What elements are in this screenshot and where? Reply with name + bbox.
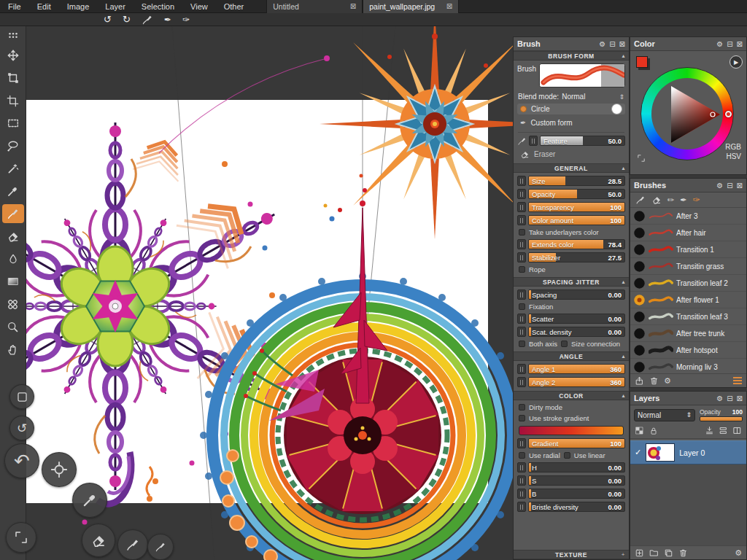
- slider-color-amount[interactable]: Color amount100: [514, 215, 629, 225]
- foreground-color-swatch[interactable]: [636, 56, 648, 68]
- pen-icon[interactable]: ✒: [680, 195, 686, 205]
- hue-ring[interactable]: [640, 67, 734, 160]
- slider-scat-density[interactable]: Scat. density0.00: [514, 327, 629, 337]
- brush-list-item[interactable]: Transition leaf 2: [630, 275, 746, 292]
- gradient-tool[interactable]: [2, 272, 24, 291]
- lock-icon[interactable]: [649, 427, 658, 435]
- sort-arrows-icon[interactable]: ⇕: [619, 93, 624, 101]
- wet-paint-tool[interactable]: [2, 249, 24, 268]
- eyedropper-tool[interactable]: [2, 182, 24, 201]
- brushes-panel-header[interactable]: Brushes ⚙ ⊟ ⊠: [630, 179, 746, 192]
- magic-wand-tool[interactable]: [2, 159, 24, 178]
- quick-brush-button[interactable]: [117, 529, 148, 560]
- layers-panel-header[interactable]: Layers ⚙ ⊟ ⊠: [630, 392, 746, 405]
- menu-layer[interactable]: Layer: [97, 0, 133, 12]
- import-icon[interactable]: [635, 376, 644, 386]
- canvas-surface[interactable]: [26, 26, 513, 560]
- collapse-icon[interactable]: ▴: [622, 165, 625, 171]
- checkbox-use-radial[interactable]: Use radial: [519, 451, 560, 459]
- collapse-icon[interactable]: ▴: [622, 392, 625, 399]
- quick-brush-2-button[interactable]: [147, 534, 174, 560]
- menu-image[interactable]: Image: [59, 0, 98, 12]
- slider-scatter[interactable]: Scatter0.00: [514, 314, 629, 324]
- slider-bristle-diversity[interactable]: Bristle diversity0.00: [514, 502, 629, 512]
- brush-list-item[interactable]: After flower 1: [630, 292, 746, 308]
- collapse-icon[interactable]: ▴: [622, 279, 625, 285]
- rotate-canvas-button[interactable]: ↺: [9, 416, 34, 440]
- minimize-icon[interactable]: ⊟: [727, 40, 732, 48]
- menu-file[interactable]: File: [0, 0, 29, 12]
- visibility-check-icon[interactable]: ✓: [635, 448, 641, 457]
- symmetry-center-button[interactable]: [42, 452, 77, 487]
- section-brush-form[interactable]: BRUSH FORM ▴: [514, 51, 629, 61]
- minimize-icon[interactable]: ⊟: [727, 394, 732, 402]
- gradient-preview[interactable]: [519, 426, 624, 435]
- tab-paint-wallpaper[interactable]: paint_wallpaper.jpg ⊠: [363, 0, 459, 13]
- checkbox[interactable]: [519, 303, 525, 310]
- checkbox-rope[interactable]: Rope: [514, 265, 629, 273]
- section-spacing-jitter[interactable]: SPACING JITTER ▴: [514, 277, 629, 287]
- checkbox-size-connection[interactable]: Size connection: [561, 340, 620, 348]
- brush-stroke-preview[interactable]: [539, 63, 625, 88]
- paint-brush-tool[interactable]: [2, 204, 24, 223]
- brush-list-item[interactable]: Transition leaf 3: [630, 308, 746, 325]
- trash-icon[interactable]: [649, 376, 659, 386]
- slider-opacity[interactable]: Opacity50.0: [514, 189, 629, 199]
- menu-other[interactable]: Other: [216, 0, 252, 12]
- checkbox[interactable]: [519, 415, 525, 421]
- layer-opacity-control[interactable]: Opacity 100: [700, 408, 743, 421]
- expand-icon[interactable]: +: [622, 551, 625, 558]
- pen-icon[interactable]: ✒: [164, 14, 171, 26]
- marker-icon[interactable]: ✑: [692, 195, 700, 205]
- hue-selector[interactable]: [725, 111, 732, 117]
- checkbox[interactable]: [519, 341, 525, 347]
- slider-spacing[interactable]: Spacing0.00: [514, 289, 629, 300]
- color-panel-header[interactable]: Color ⚙ ⊟ ⊠: [630, 37, 746, 51]
- collapse-icon[interactable]: ▴: [622, 52, 625, 59]
- eraser-mode-row[interactable]: Eraser: [517, 149, 625, 160]
- section-color[interactable]: COLOR ▴: [514, 391, 629, 400]
- frame-icon[interactable]: [637, 154, 646, 163]
- checkbox-use-stroke-gradient[interactable]: Use stroke gradient: [514, 414, 629, 422]
- checkbox[interactable]: [561, 341, 568, 347]
- collapse-icon[interactable]: ▴: [622, 353, 625, 359]
- new-layer-icon[interactable]: [635, 548, 644, 558]
- slider-feature[interactable]: Feature 50.0: [514, 136, 629, 146]
- eraser-tool[interactable]: [2, 227, 24, 246]
- checkbox[interactable]: [519, 452, 525, 459]
- stack-icon[interactable]: [719, 426, 728, 435]
- merge-down-icon[interactable]: [705, 426, 714, 435]
- calligraphy-icon[interactable]: ✑: [182, 14, 190, 26]
- menu-edit[interactable]: Edit: [29, 0, 59, 12]
- move-tool[interactable]: [2, 46, 24, 65]
- brush-list-item[interactable]: Transitin grass: [630, 258, 746, 275]
- checkbox-dirty-mode[interactable]: Dirty mode: [514, 403, 629, 411]
- brush-list-item[interactable]: After 3: [630, 208, 746, 225]
- brush-list-item[interactable]: After hair: [630, 225, 746, 241]
- undo-icon[interactable]: ↺: [104, 14, 112, 26]
- brush-list-item[interactable]: Transition 1: [630, 241, 746, 258]
- undo-button[interactable]: ↶: [4, 443, 39, 478]
- checkbox[interactable]: [519, 266, 525, 273]
- close-icon[interactable]: ⊠: [350, 2, 356, 10]
- checkbox-take-underlayers[interactable]: Take underlayers color: [514, 228, 629, 236]
- gear-icon[interactable]: ⚙: [735, 548, 742, 558]
- duplicate-icon[interactable]: [664, 548, 673, 558]
- section-general[interactable]: GENERAL ▴: [514, 163, 629, 173]
- checkbox[interactable]: [519, 229, 525, 236]
- marquee-select-tool[interactable]: [2, 114, 24, 133]
- close-icon[interactable]: ⊠: [737, 182, 743, 190]
- brush-shape-custom[interactable]: ✒ Custom form: [517, 117, 625, 128]
- slider-transparency[interactable]: Transparency100: [514, 202, 629, 212]
- fit-view-button[interactable]: [6, 522, 36, 553]
- menu-view[interactable]: View: [182, 0, 216, 12]
- transparency-lock-icon[interactable]: [635, 426, 644, 435]
- gear-icon[interactable]: ⚙: [599, 40, 605, 48]
- slider-angle-1[interactable]: Angle 1360: [514, 364, 629, 374]
- slider-brightness[interactable]: B0.00: [514, 489, 629, 499]
- quick-eraser-button[interactable]: [82, 524, 115, 557]
- trash-icon[interactable]: [678, 548, 688, 558]
- patch-tool[interactable]: [2, 295, 24, 314]
- quick-shape-button[interactable]: [9, 384, 34, 409]
- section-texture[interactable]: TEXTURE +: [514, 550, 629, 559]
